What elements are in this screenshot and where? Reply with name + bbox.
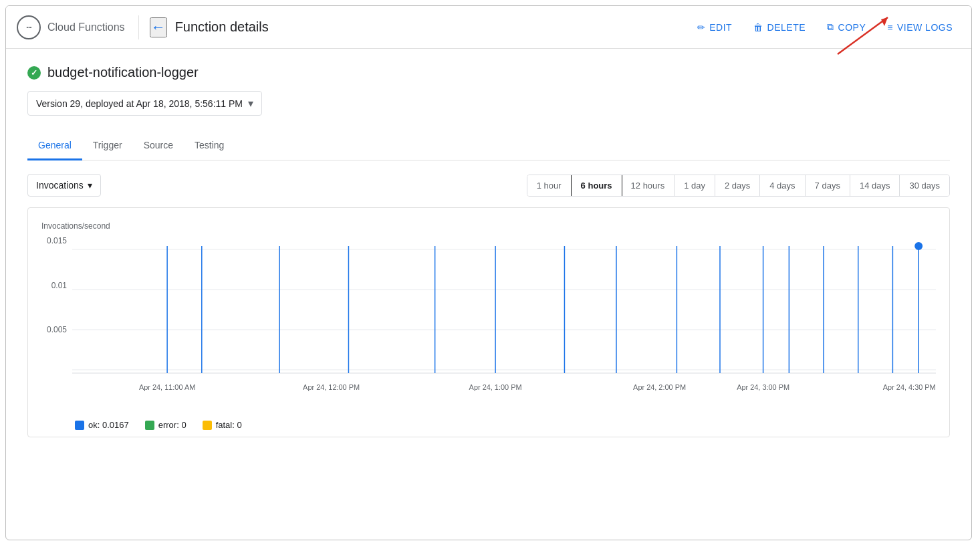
app-title: Cloud Functions	[47, 21, 125, 33]
tab-testing[interactable]: Testing	[184, 132, 235, 160]
time-range-1h[interactable]: 1 hour	[527, 175, 572, 196]
y-tick: 0.01	[41, 281, 67, 290]
time-range-4d[interactable]: 4 days	[760, 175, 805, 196]
chevron-down-icon: ▾	[248, 97, 253, 110]
svg-text:Apr 24, 3:00 PM: Apr 24, 3:00 PM	[737, 383, 789, 391]
legend-color-error	[145, 421, 154, 430]
tabs-bar: GeneralTriggerSourceTesting	[27, 132, 950, 160]
view-logs-button[interactable]: ≡VIEW LOGS	[879, 17, 961, 38]
svg-text:Apr 24, 1:00 PM: Apr 24, 1:00 PM	[469, 383, 522, 391]
edit-button[interactable]: ✏EDIT	[689, 17, 740, 38]
app-logo: ··· Cloud Functions	[17, 15, 139, 39]
legend-color-fatal	[203, 421, 212, 430]
svg-text:Apr 24, 11:00 AM: Apr 24, 11:00 AM	[139, 383, 195, 391]
svg-line-0	[838, 17, 888, 54]
y-tick: 0.015	[41, 236, 67, 245]
legend-item-ok: ok: 0.0167	[75, 420, 129, 430]
legend-item-error: error: 0	[145, 420, 187, 430]
back-button[interactable]: ←	[150, 17, 167, 37]
legend-label-ok: ok: 0.0167	[88, 420, 129, 430]
time-range-2d[interactable]: 2 days	[715, 175, 760, 196]
red-arrow-annotation	[831, 14, 891, 63]
page-title: Function details	[175, 19, 689, 35]
svg-text:Apr 24, 12:00 PM: Apr 24, 12:00 PM	[303, 383, 360, 391]
chart-legend: ok: 0.0167error: 0fatal: 0	[41, 420, 936, 430]
time-range-12h[interactable]: 12 hours	[622, 175, 675, 196]
delete-icon: 🗑	[753, 22, 763, 33]
svg-text:Apr 24, 4:30 PM: Apr 24, 4:30 PM	[883, 383, 936, 391]
time-range-1d[interactable]: 1 day	[675, 175, 715, 196]
header: ··· Cloud Functions ← Function details ✏…	[6, 6, 971, 49]
header-actions: ✏EDIT🗑DELETE⧉COPY≡VIEW LOGS	[689, 16, 961, 38]
chevron-down-icon: ▾	[88, 180, 92, 191]
version-dropdown[interactable]: Version 29, deployed at Apr 18, 2018, 5:…	[27, 91, 262, 116]
time-range-30d[interactable]: 30 days	[900, 175, 949, 196]
legend-label-fatal: fatal: 0	[216, 420, 242, 430]
tab-source[interactable]: Source	[133, 132, 184, 160]
legend-color-ok	[75, 421, 84, 430]
chart-controls: Invocations ▾ 1 hour6 hours12 hours1 day…	[27, 174, 950, 197]
y-tick: 0.005	[41, 325, 67, 334]
main-container: ··· Cloud Functions ← Function details ✏…	[5, 5, 972, 540]
y-axis-label: Invocations/second	[41, 221, 936, 231]
function-name: budget-notification-logger	[47, 65, 199, 80]
status-indicator	[27, 66, 41, 80]
legend-label-error: error: 0	[158, 420, 187, 430]
version-label: Version 29, deployed at Apr 18, 2018, 5:…	[36, 98, 243, 109]
metric-dropdown[interactable]: Invocations ▾	[27, 174, 101, 197]
edit-icon: ✏	[697, 22, 706, 33]
chart-svg: Apr 24, 11:00 AM Apr 24, 12:00 PM Apr 24…	[72, 236, 936, 410]
svg-point-23	[914, 242, 923, 250]
time-range-7d[interactable]: 7 days	[806, 175, 850, 196]
legend-item-fatal: fatal: 0	[203, 420, 242, 430]
svg-text:Apr 24, 2:00 PM: Apr 24, 2:00 PM	[633, 383, 686, 391]
chart-plot-area: Apr 24, 11:00 AM Apr 24, 12:00 PM Apr 24…	[72, 236, 936, 412]
tab-general[interactable]: General	[27, 132, 82, 160]
function-name-row: budget-notification-logger	[27, 65, 950, 80]
time-range-6h[interactable]: 6 hours	[571, 175, 622, 197]
time-range-14d[interactable]: 14 days	[850, 175, 900, 196]
logo-icon: ···	[17, 15, 41, 39]
y-axis: 0.015 0.01 0.005	[41, 236, 72, 390]
time-range-selector: 1 hour6 hours12 hours1 day2 days4 days7 …	[527, 175, 950, 197]
metric-label: Invocations	[36, 180, 84, 191]
tab-trigger[interactable]: Trigger	[82, 132, 133, 160]
delete-button[interactable]: 🗑DELETE	[745, 17, 814, 38]
content-area: budget-notification-logger Version 29, d…	[6, 49, 971, 448]
chart-section: Invocations ▾ 1 hour6 hours12 hours1 day…	[27, 160, 950, 437]
chart-container: Invocations/second 0.015 0.01 0.005	[27, 207, 950, 437]
